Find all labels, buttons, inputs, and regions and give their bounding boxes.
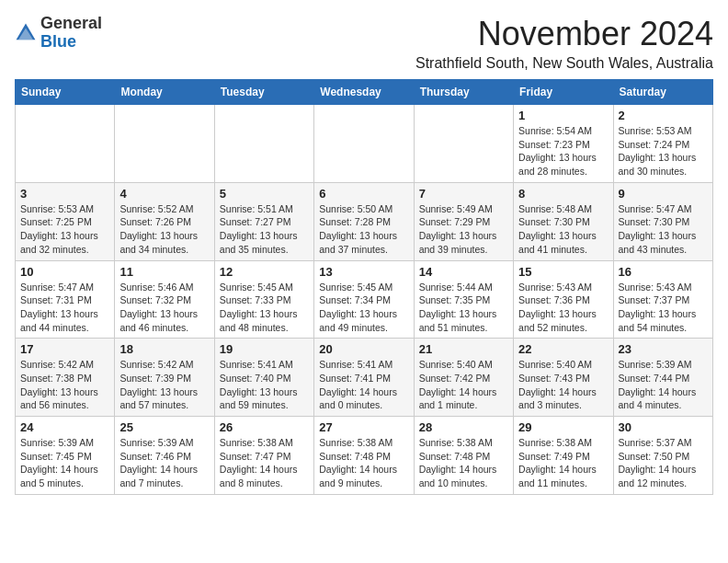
day-number: 2 (619, 109, 708, 122)
day-number: 17 (20, 342, 109, 356)
calendar-week-row: 3Sunrise: 5:53 AMSunset: 7:25 PMDaylight… (16, 182, 713, 260)
calendar-cell: 2Sunrise: 5:53 AMSunset: 7:24 PMDaylight… (613, 105, 712, 183)
page-header: General Blue November 2024 Strathfield S… (15, 15, 713, 72)
weekday-header-saturday: Saturday (613, 80, 712, 105)
calendar-cell: 8Sunrise: 5:48 AMSunset: 7:30 PMDaylight… (514, 182, 613, 260)
day-number: 12 (220, 265, 309, 279)
day-info: Sunrise: 5:52 AMSunset: 7:26 PMDaylight:… (119, 202, 209, 257)
logo-blue-text: Blue (40, 32, 76, 51)
calendar-cell (314, 105, 414, 183)
calendar-cell (16, 105, 115, 183)
day-info: Sunrise: 5:42 AMSunset: 7:39 PMDaylight:… (119, 358, 209, 412)
calendar-cell: 14Sunrise: 5:44 AMSunset: 7:35 PMDayligh… (414, 260, 513, 339)
calendar-cell: 3Sunrise: 5:53 AMSunset: 7:25 PMDaylight… (16, 182, 115, 260)
day-info: Sunrise: 5:51 AMSunset: 7:27 PMDaylight:… (220, 202, 309, 257)
day-info: Sunrise: 5:49 AMSunset: 7:29 PMDaylight:… (419, 202, 508, 257)
calendar-cell: 26Sunrise: 5:38 AMSunset: 7:47 PMDayligh… (214, 417, 313, 495)
day-number: 18 (119, 342, 209, 356)
day-info: Sunrise: 5:47 AMSunset: 7:31 PMDaylight:… (20, 281, 109, 335)
calendar-cell: 1Sunrise: 5:54 AMSunset: 7:23 PMDaylight… (514, 105, 613, 183)
calendar-cell: 28Sunrise: 5:38 AMSunset: 7:48 PMDayligh… (414, 417, 513, 495)
weekday-header-row: SundayMondayTuesdayWednesdayThursdayFrid… (16, 80, 713, 105)
day-number: 27 (319, 420, 408, 434)
calendar-cell: 5Sunrise: 5:51 AMSunset: 7:27 PMDaylight… (214, 182, 313, 260)
month-title: November 2024 (415, 15, 713, 53)
day-number: 24 (20, 420, 109, 434)
day-info: Sunrise: 5:39 AMSunset: 7:44 PMDaylight:… (619, 358, 708, 412)
weekday-header-monday: Monday (115, 80, 214, 105)
calendar-cell: 13Sunrise: 5:45 AMSunset: 7:34 PMDayligh… (314, 260, 414, 339)
day-number: 23 (619, 342, 708, 356)
day-number: 9 (619, 187, 708, 201)
day-number: 20 (319, 342, 408, 356)
day-info: Sunrise: 5:43 AMSunset: 7:37 PMDaylight:… (619, 281, 708, 335)
day-info: Sunrise: 5:50 AMSunset: 7:28 PMDaylight:… (319, 202, 408, 257)
day-info: Sunrise: 5:53 AMSunset: 7:25 PMDaylight:… (20, 202, 109, 257)
day-info: Sunrise: 5:39 AMSunset: 7:46 PMDaylight:… (119, 436, 209, 490)
calendar-cell: 27Sunrise: 5:38 AMSunset: 7:48 PMDayligh… (314, 417, 414, 495)
day-number: 1 (518, 109, 608, 122)
calendar-cell: 18Sunrise: 5:42 AMSunset: 7:39 PMDayligh… (115, 339, 214, 417)
weekday-header-thursday: Thursday (414, 80, 513, 105)
day-info: Sunrise: 5:42 AMSunset: 7:38 PMDaylight:… (20, 358, 109, 412)
day-info: Sunrise: 5:40 AMSunset: 7:42 PMDaylight:… (419, 358, 508, 412)
day-number: 25 (119, 420, 209, 434)
day-info: Sunrise: 5:45 AMSunset: 7:33 PMDaylight:… (220, 281, 309, 335)
calendar-cell: 10Sunrise: 5:47 AMSunset: 7:31 PMDayligh… (16, 260, 115, 339)
calendar-cell: 23Sunrise: 5:39 AMSunset: 7:44 PMDayligh… (613, 339, 712, 417)
calendar-cell: 11Sunrise: 5:46 AMSunset: 7:32 PMDayligh… (115, 260, 214, 339)
calendar-table: SundayMondayTuesdayWednesdayThursdayFrid… (15, 79, 713, 495)
day-number: 7 (419, 187, 508, 201)
day-number: 3 (20, 187, 109, 201)
day-info: Sunrise: 5:37 AMSunset: 7:50 PMDaylight:… (619, 436, 708, 490)
day-info: Sunrise: 5:38 AMSunset: 7:48 PMDaylight:… (419, 436, 508, 490)
calendar-cell: 22Sunrise: 5:40 AMSunset: 7:43 PMDayligh… (514, 339, 613, 417)
calendar-week-row: 17Sunrise: 5:42 AMSunset: 7:38 PMDayligh… (16, 339, 713, 417)
title-area: November 2024 Strathfield South, New Sou… (415, 15, 713, 72)
calendar-week-row: 24Sunrise: 5:39 AMSunset: 7:45 PMDayligh… (16, 417, 713, 495)
day-info: Sunrise: 5:44 AMSunset: 7:35 PMDaylight:… (419, 281, 508, 335)
day-info: Sunrise: 5:41 AMSunset: 7:41 PMDaylight:… (319, 358, 408, 412)
weekday-header-sunday: Sunday (16, 80, 115, 105)
day-info: Sunrise: 5:46 AMSunset: 7:32 PMDaylight:… (119, 281, 209, 335)
day-number: 21 (419, 342, 508, 356)
logo-general-text: General (40, 14, 102, 32)
day-number: 16 (619, 265, 708, 279)
day-number: 15 (518, 265, 608, 279)
calendar-cell: 29Sunrise: 5:38 AMSunset: 7:49 PMDayligh… (514, 417, 613, 495)
day-number: 19 (220, 342, 309, 356)
calendar-cell: 4Sunrise: 5:52 AMSunset: 7:26 PMDaylight… (115, 182, 214, 260)
calendar-cell: 30Sunrise: 5:37 AMSunset: 7:50 PMDayligh… (613, 417, 712, 495)
day-number: 5 (220, 187, 309, 201)
calendar-week-row: 1Sunrise: 5:54 AMSunset: 7:23 PMDaylight… (16, 105, 713, 183)
logo: General Blue (15, 15, 102, 52)
day-number: 26 (220, 420, 309, 434)
day-info: Sunrise: 5:41 AMSunset: 7:40 PMDaylight:… (220, 358, 309, 412)
day-number: 4 (119, 187, 209, 201)
calendar-cell: 25Sunrise: 5:39 AMSunset: 7:46 PMDayligh… (115, 417, 214, 495)
day-number: 14 (419, 265, 508, 279)
calendar-cell (414, 105, 513, 183)
day-info: Sunrise: 5:38 AMSunset: 7:49 PMDaylight:… (518, 436, 608, 490)
calendar-cell (115, 105, 214, 183)
day-info: Sunrise: 5:45 AMSunset: 7:34 PMDaylight:… (319, 281, 408, 335)
location-subtitle: Strathfield South, New South Wales, Aust… (415, 55, 713, 72)
day-number: 13 (319, 265, 408, 279)
day-number: 8 (518, 187, 608, 201)
day-number: 6 (319, 187, 408, 201)
calendar-cell: 16Sunrise: 5:43 AMSunset: 7:37 PMDayligh… (613, 260, 712, 339)
calendar-cell (214, 105, 313, 183)
calendar-week-row: 10Sunrise: 5:47 AMSunset: 7:31 PMDayligh… (16, 260, 713, 339)
calendar-cell: 12Sunrise: 5:45 AMSunset: 7:33 PMDayligh… (214, 260, 313, 339)
day-info: Sunrise: 5:43 AMSunset: 7:36 PMDaylight:… (518, 281, 608, 335)
day-number: 28 (419, 420, 508, 434)
calendar-cell: 17Sunrise: 5:42 AMSunset: 7:38 PMDayligh… (16, 339, 115, 417)
day-info: Sunrise: 5:38 AMSunset: 7:48 PMDaylight:… (319, 436, 408, 490)
calendar-cell: 7Sunrise: 5:49 AMSunset: 7:29 PMDaylight… (414, 182, 513, 260)
day-info: Sunrise: 5:38 AMSunset: 7:47 PMDaylight:… (220, 436, 309, 490)
day-number: 30 (619, 420, 708, 434)
calendar-cell: 6Sunrise: 5:50 AMSunset: 7:28 PMDaylight… (314, 182, 414, 260)
weekday-header-tuesday: Tuesday (214, 80, 313, 105)
day-info: Sunrise: 5:40 AMSunset: 7:43 PMDaylight:… (518, 358, 608, 412)
day-number: 10 (20, 265, 109, 279)
